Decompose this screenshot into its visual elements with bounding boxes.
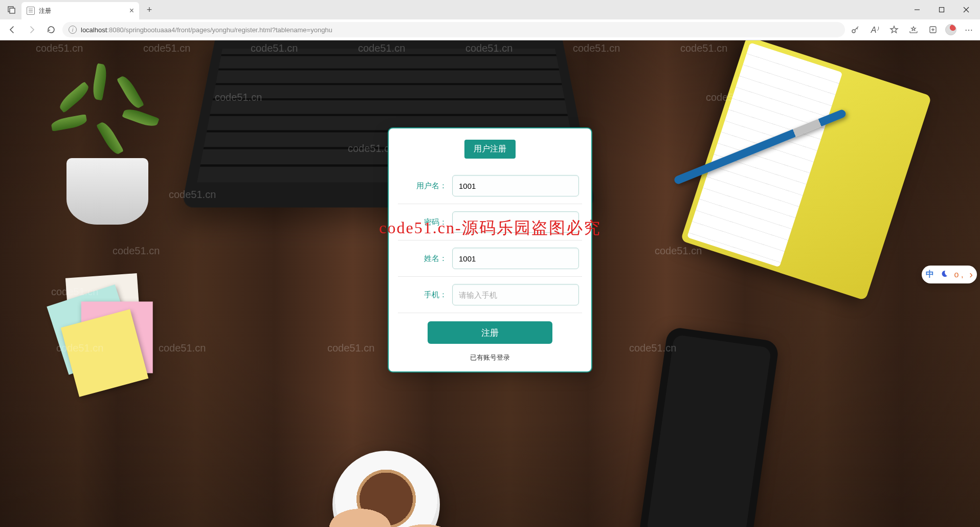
- form-title: 用户注册: [464, 140, 516, 159]
- collections-icon[interactable]: [926, 23, 940, 37]
- close-window-button[interactable]: [954, 2, 978, 18]
- profile-icon[interactable]: [945, 24, 956, 35]
- input-password[interactable]: [452, 211, 579, 233]
- svg-rect-1: [10, 8, 15, 13]
- bg-sticky-notes: [41, 266, 168, 393]
- page-viewport: code51.cn code51.cn code51.cn code51.cn …: [0, 40, 980, 527]
- refresh-button[interactable]: [43, 21, 59, 38]
- label-phone: 手机：: [401, 290, 447, 300]
- read-aloud-icon[interactable]: A⁾: [867, 23, 882, 37]
- browser-chrome: 注册 × + i localhost:808: [0, 0, 980, 40]
- url-field[interactable]: i localhost:8080/springbootuaaa4/front/p…: [62, 22, 845, 37]
- site-info-icon[interactable]: i: [69, 26, 77, 34]
- address-bar: i localhost:8080/springbootuaaa4/front/p…: [0, 19, 980, 40]
- chevron-right-icon[interactable]: ›: [969, 269, 973, 280]
- forward-button[interactable]: [24, 21, 40, 38]
- url-text: localhost:8080/springbootuaaa4/front/pag…: [81, 26, 332, 34]
- tab-overview-icon[interactable]: [5, 3, 18, 16]
- tab-close-icon[interactable]: ×: [129, 6, 134, 15]
- ime-widget[interactable]: 中 o , ›: [922, 266, 977, 283]
- back-button[interactable]: [4, 21, 20, 38]
- login-link[interactable]: 已有账号登录: [398, 348, 582, 362]
- bg-coffee: [307, 425, 465, 527]
- minimize-button[interactable]: [905, 2, 929, 18]
- comma-icon[interactable]: o ,: [954, 270, 964, 279]
- moon-icon[interactable]: [940, 270, 948, 280]
- favorite-icon[interactable]: [887, 23, 901, 37]
- page-icon: [27, 7, 35, 15]
- new-tab-button[interactable]: +: [142, 3, 157, 17]
- maximize-button[interactable]: [930, 2, 953, 18]
- svg-rect-3: [940, 8, 944, 12]
- favorites-bar-icon[interactable]: [906, 23, 921, 37]
- input-username[interactable]: [452, 175, 579, 196]
- ime-lang[interactable]: 中: [926, 269, 934, 280]
- label-username: 用户名：: [401, 181, 447, 191]
- input-name[interactable]: [452, 248, 579, 269]
- label-name: 姓名：: [401, 254, 447, 264]
- row-password: 密码：: [398, 204, 582, 240]
- tab-bar: 注册 × +: [0, 0, 980, 19]
- key-icon[interactable]: [848, 23, 862, 37]
- row-name: 姓名：: [398, 240, 582, 277]
- input-phone[interactable]: [452, 284, 579, 305]
- register-card: 用户注册 用户名： 密码： 姓名： 手机： 注册 已有账号登录: [388, 127, 592, 372]
- browser-tab[interactable]: 注册 ×: [21, 2, 139, 19]
- window-controls: [905, 2, 978, 18]
- row-username: 用户名：: [398, 168, 582, 204]
- register-button[interactable]: 注册: [428, 321, 552, 344]
- more-icon[interactable]: ⋯: [962, 23, 976, 37]
- row-phone: 手机：: [398, 277, 582, 313]
- tab-title: 注册: [39, 7, 51, 15]
- label-password: 密码：: [401, 217, 447, 227]
- bg-plant: [46, 71, 174, 225]
